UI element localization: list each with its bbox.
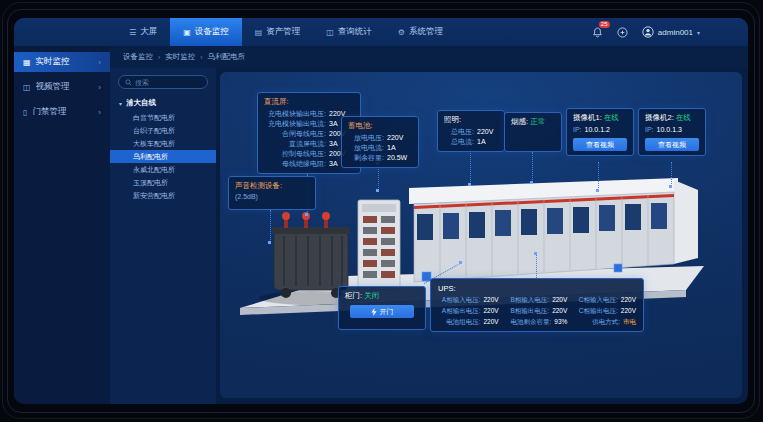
sidebar-item-realtime-monitoring[interactable]: ▦ 实时监控 › [14,52,110,72]
fullscreen-icon[interactable] [617,26,629,38]
asset-icon: ▤ [255,28,263,37]
connector-dot [268,241,271,244]
sidebar-item-label: 视频管理 [36,81,70,93]
metric-label: 烟感: [511,117,528,126]
metric-label: 放电电压: [348,133,384,143]
cabinet-door-panel: 柜门: 关闭 开门 [338,286,426,330]
metric-label: B相输入电压: [507,295,549,304]
avatar [642,26,654,38]
tree-item[interactable]: 新安营配电所 [110,189,216,202]
metric-label: 控制母线电压: [264,149,326,159]
sound-value: (2.5dB) [235,193,309,200]
wall-right [674,180,698,264]
chevron-right-icon: › [98,108,101,117]
metric-value: 93% [554,317,567,326]
metric-value: 220V [552,295,567,304]
tree-search-box[interactable] [118,75,208,89]
breadcrumb-item[interactable]: 乌利配电所 [208,52,246,62]
station-tree-panel: ▾ 浦大自线 白音节配电所 台织子配电所 大板车配电所 乌利配电所 永威北配电所… [110,68,216,404]
sidebar-item-video-management[interactable]: ◫ 视频管理 › [14,77,110,97]
notification-bell-icon[interactable]: 25 [592,26,604,38]
metric-value: 20.5W [387,153,407,163]
tree-item-selected[interactable]: 乌利配电所 [110,150,216,163]
breadcrumb-separator: › [200,54,202,61]
tree-item[interactable]: 白音节配电所 [110,111,216,124]
connector-camera2 [671,162,672,186]
metric-label: 充电模块输出电压: [264,109,326,119]
tree-item[interactable]: 玉溪配电所 [110,176,216,189]
connector-dot [468,183,471,186]
user-menu[interactable]: admin001 ▾ [642,26,700,38]
header-actions: 25 admin001 ▾ [592,18,748,46]
search-icon [125,79,132,86]
view-video-button[interactable]: 查看视频 [573,138,627,151]
metric-label: 电池剩余容量: [507,317,552,326]
status-badge: 在线 [604,113,619,122]
tab-label: 大屏 [140,26,157,38]
metric-label: C相输出电压: [575,306,617,315]
tab-system-management[interactable]: ⚙ 系统管理 [385,18,456,46]
camera2-panel: 摄像机2: 在线 IP:10.0.1.3 查看视频 [638,108,706,156]
realtime-monitor-icon: ▦ [23,58,31,67]
connector-sound [270,210,271,242]
status-badge: 在线 [676,113,691,122]
chevron-right-icon: › [98,58,101,67]
video-icon: ◫ [23,83,31,92]
tab-label: 资产管理 [266,26,300,38]
screenshot-stage: ☰ 大屏 ▣ 设备监控 ▤ 资产管理 ◫ 查询统计 ⚙ 系统管理 [0,0,763,422]
sidebar-item-access-control[interactable]: ▯ 门禁管理 › [14,102,110,122]
metric-value: 3A [329,139,338,149]
panel-title: 蓄电池: [348,121,412,131]
tree-item[interactable]: 台织子配电所 [110,124,216,137]
metric-label: B相输出电压: [507,306,549,315]
tab-dashboard[interactable]: ☰ 大屏 [116,18,170,46]
tree-item[interactable]: 永威北配电所 [110,163,216,176]
connector-dot [305,213,308,216]
open-door-button[interactable]: 开门 [350,305,414,318]
metric-value: 1A [477,137,486,147]
smoke-sensor-panel: 烟感: 正常 [504,112,562,152]
app-window: ☰ 大屏 ▣ 设备监控 ▤ 资产管理 ◫ 查询统计 ⚙ 系统管理 [14,18,748,404]
tab-label: 查询统计 [338,26,372,38]
metric-value: 220V [483,317,498,326]
nav-tabs: ☰ 大屏 ▣ 设备监控 ▤ 资产管理 ◫ 查询统计 ⚙ 系统管理 [116,18,456,46]
connector-ups [536,254,537,278]
metric-value: 3A [329,159,338,169]
metric-label: C相输入电压: [575,295,617,304]
tree-parent-node[interactable]: ▾ 浦大自线 [110,96,216,111]
metric-label: 总电流: [444,137,474,147]
camera1-panel: 摄像机1: 在线 IP:10.0.1.2 查看视频 [566,108,634,156]
metric-value: 220V [621,295,636,304]
connector-lighting [470,150,471,184]
view-video-button[interactable]: 查看视频 [645,138,699,151]
metric-value: 220V [483,295,498,304]
metric-value: 1A [387,143,396,153]
connector-dot [534,252,537,255]
metric-value: 220V [387,133,403,143]
connector-dot [530,181,533,184]
status-badge: 关闭 [364,291,379,300]
tab-device-monitoring[interactable]: ▣ 设备监控 [170,18,242,46]
chevron-right-icon: › [98,83,101,92]
connector-dot [376,189,379,192]
tree-item[interactable]: 大板车配电所 [110,137,216,150]
transformer-top [272,227,350,234]
metric-value: 市电 [623,317,636,326]
username: admin001 [658,28,693,37]
sidebar-item-label: 实时监控 [36,56,70,68]
metric-label: 电池组电压: [438,317,480,326]
metric-value: 220V [621,306,636,315]
ip-value: 10.0.1.2 [585,125,610,135]
breadcrumb: 设备监控 › 实时监控 › 乌利配电所 [110,46,748,68]
notification-badge: 25 [599,21,610,28]
metric-value: 220V [483,306,498,315]
tab-label: 设备监控 [195,26,229,38]
breadcrumb-item[interactable]: 实时监控 [165,52,195,62]
tab-query-statistics[interactable]: ◫ 查询统计 [313,18,385,46]
tab-asset-management[interactable]: ▤ 资产管理 [242,18,314,46]
search-input[interactable] [135,79,201,86]
breadcrumb-separator: › [158,54,160,61]
transformer-body [274,232,348,290]
breadcrumb-item[interactable]: 设备监控 [123,52,153,62]
metric-label: 摄像机2: [645,113,674,122]
